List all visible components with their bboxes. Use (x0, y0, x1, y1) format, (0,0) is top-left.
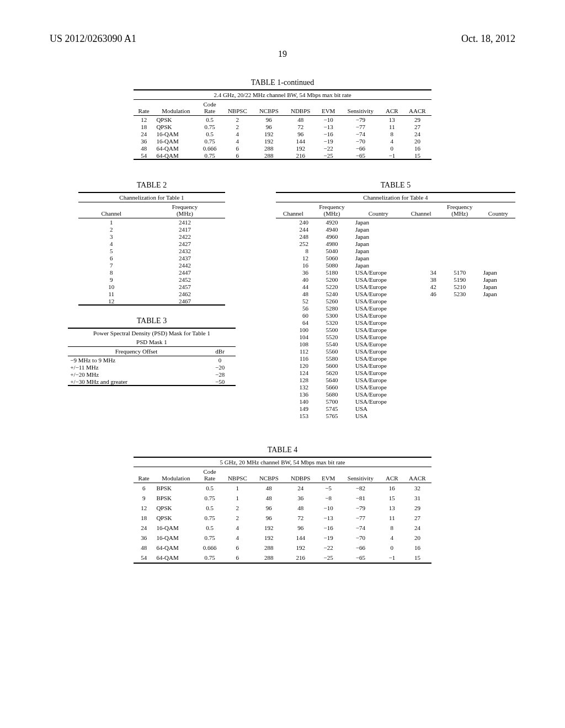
cell (481, 254, 515, 261)
cell: 132 (276, 383, 311, 390)
cell: −74 (340, 130, 381, 137)
col-header: NDBPS (285, 467, 317, 483)
cell: −66 (340, 543, 381, 553)
cell: 5660 (311, 383, 353, 390)
cell: QPSK (154, 503, 198, 513)
col-header: Country (353, 202, 404, 218)
cell: 48 (285, 116, 317, 124)
col-header: CodeRate (198, 467, 222, 483)
cell: 2 (78, 226, 145, 233)
table-row: +/−11 MHz−20 (68, 363, 235, 371)
col-header: Channel (404, 202, 439, 218)
cell (481, 333, 515, 340)
cell: 9 (78, 276, 145, 283)
cell: 5640 (311, 376, 353, 383)
table-row: 2416-QAM0.5419296−16−74824 (134, 130, 431, 137)
cell: 5240 (311, 290, 353, 297)
cell: 8 (78, 269, 145, 276)
cell (481, 405, 515, 412)
cell: 72 (285, 513, 317, 523)
table-row: 102457 (78, 283, 225, 290)
cell: −77 (340, 513, 381, 523)
cell (481, 398, 515, 405)
cell (439, 369, 481, 376)
cell: 5580 (311, 355, 353, 362)
two-column-area: TABLE 2 Channelization for Table 1 Chann… (50, 176, 515, 429)
cell (404, 383, 439, 390)
col-header: Rate (134, 467, 154, 483)
cell: 5745 (311, 405, 353, 412)
publication-number: US 2012/0263090 A1 (50, 33, 136, 45)
cell (404, 297, 439, 304)
cell: USA/Europe (353, 333, 404, 340)
cell (404, 412, 439, 419)
cell: Japan (481, 290, 515, 297)
table-row: 1165580USA/Europe (276, 355, 515, 362)
table-row: 1325660USA/Europe (276, 383, 515, 390)
cell: 6 (134, 483, 154, 494)
table-row: 525260USA/Europe (276, 297, 515, 304)
table-1-continued: TABLE 1-continued 2.4 GHz, 20/22 MHz cha… (134, 78, 431, 160)
cell: 4980 (311, 240, 353, 247)
cell: −65 (340, 553, 381, 563)
cell: 5200 (311, 276, 353, 283)
cell (404, 312, 439, 319)
cell: 16-QAM (154, 137, 198, 144)
cell (439, 340, 481, 347)
cell: +/−20 MHz (68, 371, 204, 378)
cell: 2452 (145, 276, 225, 283)
cell: 0 (205, 356, 236, 364)
cell (404, 240, 439, 247)
col-header: Frequency Offset (68, 347, 204, 356)
cell: 5 (78, 247, 145, 254)
cell: 13 (381, 116, 403, 124)
cell: 5170 (439, 269, 481, 276)
cell: −8 (317, 493, 340, 503)
cell: USA (353, 412, 404, 419)
cell: 18 (134, 513, 154, 523)
cell: 64-QAM (154, 543, 198, 553)
cell: 136 (276, 390, 311, 398)
cell: 4 (222, 130, 253, 137)
cell (481, 304, 515, 312)
cell: 2437 (145, 254, 225, 261)
cell (439, 383, 481, 390)
cell (481, 355, 515, 362)
cell: −22 (317, 543, 340, 553)
cell: Japan (481, 283, 515, 290)
col-header: Sensitivity (340, 100, 381, 116)
cell: 64-QAM (154, 553, 198, 563)
table-title: TABLE 4 (134, 446, 431, 454)
table-2-data: ChannelFrequency(MHz) 124122241732422424… (78, 202, 225, 304)
cell: 0.5 (198, 116, 222, 124)
col-header: Modulation (154, 467, 198, 483)
cell: 36 (134, 137, 154, 144)
cell (404, 369, 439, 376)
cell: USA/Europe (353, 340, 404, 347)
cell: Japan (353, 226, 404, 233)
cell: −9 MHz to 9 MHz (68, 356, 204, 364)
cell: 104 (276, 333, 311, 340)
cell: 48 (285, 503, 317, 513)
cell: 120 (276, 362, 311, 369)
cell: −79 (340, 503, 381, 513)
cell: 56 (276, 304, 311, 312)
cell (439, 347, 481, 355)
cell (439, 226, 481, 233)
cell (481, 362, 515, 369)
cell: −82 (340, 483, 381, 494)
cell: 216 (285, 553, 317, 563)
cell: 0.5 (198, 523, 222, 533)
cell: 4 (78, 240, 145, 247)
cell: 16-QAM (154, 523, 198, 533)
table-title: TABLE 2 (78, 181, 225, 190)
cell (404, 247, 439, 254)
col-header: Rate (134, 100, 154, 116)
table-title: TABLE 1-continued (134, 78, 431, 87)
cell (404, 376, 439, 383)
table-row: 32422 (78, 233, 225, 240)
cell: 288 (253, 152, 285, 159)
publication-date: Oct. 18, 2012 (461, 33, 515, 45)
cell: USA/Europe (353, 376, 404, 383)
cell (439, 362, 481, 369)
